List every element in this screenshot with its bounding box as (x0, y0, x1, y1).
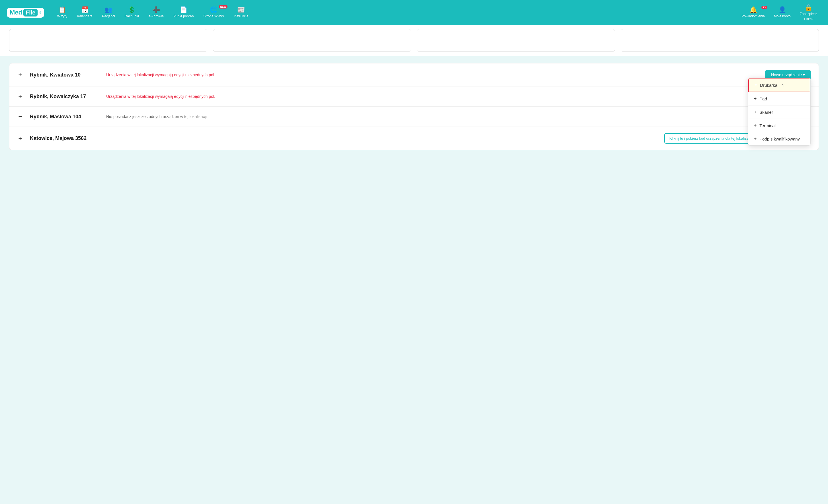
plus-icon-drukarka: + (754, 83, 757, 88)
plus-icon-pad: + (754, 96, 756, 101)
dropdown-item-skaner[interactable]: + Skaner (748, 105, 810, 119)
dropdown-label-podpis-kwalifikowany: Podpis kwalifikowany (759, 137, 800, 141)
plus-icon-skaner: + (754, 109, 756, 114)
my-account-button[interactable]: 👤 Moje konto (770, 5, 795, 20)
dropdown-label-terminal: Terminal (759, 123, 776, 128)
kalendarz-icon: 📅 (81, 7, 89, 13)
location-info-rybnik-maslowa: Nie posiadasz jeszcze żadnych urządzeń w… (106, 114, 208, 119)
pacjenci-label: Pacjenci (102, 14, 115, 18)
new-badge: NEW (219, 5, 227, 8)
nav-item-instrukcje[interactable]: 📰 Instrukcje (230, 5, 252, 20)
kalendarz-label: Kalendarz (77, 14, 92, 18)
nav-item-rachunki[interactable]: 💲 Rachunki (121, 5, 143, 20)
dropdown-label-drukarka: Drukarka (760, 83, 777, 88)
location-row-rybnik-kwiatowa: + Rybnik, Kwiatowa 10 Urządzenia w tej l… (9, 63, 819, 87)
dropdown-container: + Drukarka ↖ + Pad + Skaner + Terminal (748, 77, 811, 146)
location-row-rybnik-maslowa: − Rybnik, Masłowa 104 Nie posiadasz jesz… (9, 107, 819, 127)
location-row-rybnik-kowalczyka: + Rybnik, Kowalczyka 17 Urządzenia w tej… (9, 87, 819, 107)
logo-med-text: Med (10, 9, 22, 16)
location-row-katowice-majowa: + Katowice, Majowa 3562 Kliknij tu i pob… (9, 127, 819, 150)
my-account-label: Moje konto (774, 14, 791, 18)
rachunki-label: Rachunki (125, 14, 139, 18)
security-button[interactable]: 🔒 Zabezpiecz 119:39 (796, 2, 821, 23)
logo-file-text: File (23, 9, 38, 16)
expand-icon-katowice-majowa[interactable]: + (17, 135, 23, 142)
logo-box: Med File ® (7, 8, 44, 18)
person-icon: 👤 (779, 7, 786, 13)
locations-section: + Rybnik, Kwiatowa 10 Urządzenia w tej l… (9, 63, 819, 150)
cards-row (0, 25, 828, 56)
expand-icon-rybnik-kwiatowa[interactable]: + (17, 71, 23, 79)
dropdown-label-skaner: Skaner (759, 110, 773, 114)
expand-icon-rybnik-kowalczyka[interactable]: + (17, 93, 23, 100)
rachunki-icon: 💲 (128, 7, 135, 13)
notifications-button[interactable]: 13 🔔 Powiadomienia (738, 5, 769, 20)
dropdown-label-pad: Pad (759, 96, 767, 101)
card-stub-2 (213, 29, 411, 52)
security-label: Zabezpiecz (800, 12, 817, 16)
header: Med File ® 📋 Wizyty 📅 Kalendarz 👥 Pacjen… (0, 0, 828, 25)
logo-registered: ® (39, 11, 41, 14)
dropdown-menu: + Drukarka ↖ + Pad + Skaner + Terminal (748, 78, 811, 146)
instrukcje-icon: 📰 (237, 7, 245, 13)
security-time: 119:39 (803, 17, 813, 20)
location-warning-rybnik-kowalczyka: Urządzenia w tej lokalizacji wymagają ed… (106, 94, 215, 99)
expand-icon-rybnik-maslowa[interactable]: − (17, 113, 23, 120)
dropdown-item-pad[interactable]: + Pad (748, 92, 810, 105)
ezdrowie-label: e-Zdrowie (149, 14, 164, 18)
instrukcje-label: Instrukcje (234, 14, 248, 18)
plus-icon-podpis: + (754, 136, 756, 141)
get-code-label: Kliknij tu i pobierz kod urządzenia dla … (669, 136, 757, 140)
ezdrowie-icon: ➕ (152, 7, 160, 13)
plus-icon-terminal: + (754, 123, 756, 128)
card-stub-1 (9, 29, 207, 52)
location-name-rybnik-kowalczyka: Rybnik, Kowalczyka 17 (30, 94, 98, 99)
main-content: + Rybnik, Kwiatowa 10 Urządzenia w tej l… (0, 63, 828, 150)
location-warning-rybnik-kwiatowa: Urządzenia w tej lokalizacji wymagają ed… (106, 73, 215, 77)
notifications-label: Powiadomienia (742, 14, 765, 18)
nav-item-pacjenci[interactable]: 👥 Pacjenci (98, 5, 119, 20)
strona-www-label: Strona WWW (203, 14, 224, 18)
bell-icon: 🔔 (749, 7, 757, 13)
wizyty-label: Wizyty (57, 14, 67, 18)
get-code-button-katowice-majowa[interactable]: Kliknij tu i pobierz kod urządzenia dla … (664, 133, 762, 144)
notifications-badge: 13 (761, 6, 767, 9)
logo-area[interactable]: Med File ® (7, 8, 44, 18)
nav-item-kalendarz[interactable]: 📅 Kalendarz (73, 5, 96, 20)
dropdown-item-drukarka[interactable]: + Drukarka ↖ (748, 78, 810, 92)
punkt-pobran-icon: 📄 (180, 7, 188, 13)
location-name-rybnik-kwiatowa: Rybnik, Kwiatowa 10 (30, 72, 98, 78)
location-name-katowice-majowa: Katowice, Majowa 3562 (30, 135, 98, 141)
nav-item-strona-www[interactable]: NEW 🌐 Strona WWW (199, 5, 228, 20)
dropdown-item-terminal[interactable]: + Terminal (748, 119, 810, 132)
nav-items: 📋 Wizyty 📅 Kalendarz 👥 Pacjenci 💲 Rachun… (53, 5, 738, 20)
nav-right: 13 🔔 Powiadomienia 👤 Moje konto 🔒 Zabezp… (738, 2, 821, 23)
pacjenci-icon: 👥 (105, 7, 112, 13)
lock-icon: 🔒 (805, 5, 812, 11)
nav-item-punkt-pobran[interactable]: 📄 Punkt pobrań (169, 5, 198, 20)
card-stub-4 (621, 29, 819, 52)
punkt-pobran-label: Punkt pobrań (173, 14, 194, 18)
card-stub-3 (417, 29, 615, 52)
location-name-rybnik-maslowa: Rybnik, Masłowa 104 (30, 114, 98, 120)
wizyty-icon: 📋 (58, 7, 66, 13)
strona-www-icon: 🌐 (210, 7, 217, 13)
nav-item-wizyty[interactable]: 📋 Wizyty (53, 5, 71, 20)
nav-item-ezdrowie[interactable]: ➕ e-Zdrowie (144, 5, 168, 20)
dropdown-item-podpis-kwalifikowany[interactable]: + Podpis kwalifikowany (748, 132, 810, 145)
